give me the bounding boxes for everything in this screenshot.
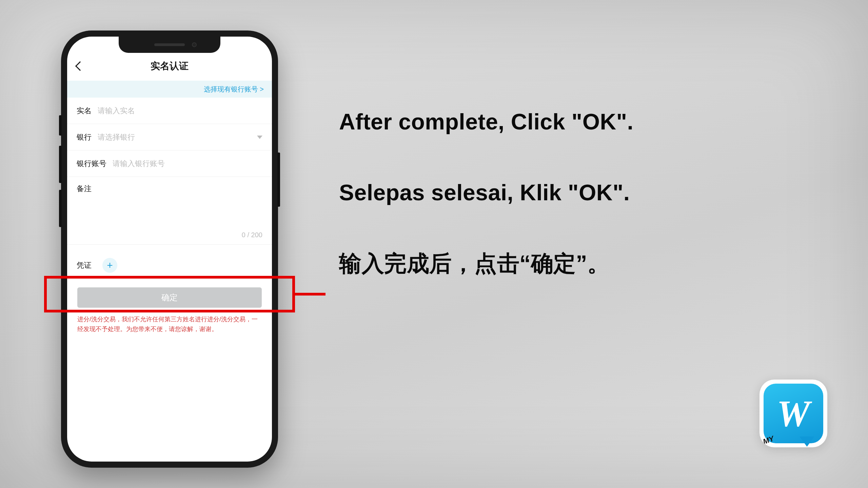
title-bar: 实名认证 — [67, 54, 272, 78]
phone-notch — [119, 37, 220, 53]
real-name-field[interactable]: 实名 请输入实名 — [67, 98, 272, 124]
app-icon-letter: W — [777, 392, 810, 435]
speaker-icon — [154, 43, 185, 46]
phone-screen: 实名认证 选择现有银行账号 > 实名 请输入实名 银行 请选择银行 银行账号 请… — [67, 37, 272, 462]
account-label: 银行账号 — [77, 159, 106, 169]
highlight-connector — [295, 293, 326, 296]
phone-side-button — [59, 190, 62, 227]
select-existing-account-link[interactable]: 选择现有银行账号 > — [67, 81, 272, 98]
phone-side-button — [59, 146, 62, 183]
voucher-label: 凭证 — [77, 260, 92, 270]
phone-mockup: 实名认证 选择现有银行账号 > 实名 请输入实名 银行 请选择银行 银行账号 请… — [61, 30, 278, 468]
account-placeholder: 请输入银行账号 — [113, 159, 262, 169]
instruction-ms: Selepas selesai, Klik "OK". — [339, 179, 810, 206]
bank-placeholder: 请选择银行 — [98, 132, 257, 142]
notes-counter: 0 / 200 — [242, 231, 262, 239]
speech-tail-icon — [800, 436, 814, 447]
real-name-label: 实名 — [77, 106, 92, 116]
phone-side-button — [277, 152, 280, 207]
instruction-panel: After complete, Click "OK". Selepas sele… — [339, 108, 810, 277]
bank-label: 银行 — [77, 132, 92, 142]
plus-icon: + — [107, 260, 113, 271]
page-title: 实名认证 — [151, 60, 189, 73]
account-field[interactable]: 银行账号 请输入银行账号 — [67, 150, 272, 177]
bank-field[interactable]: 银行 请选择银行 — [67, 124, 272, 150]
phone-side-button — [59, 115, 62, 136]
chevron-down-icon — [257, 136, 262, 139]
highlight-box — [44, 276, 295, 312]
instruction-en: After complete, Click "OK". — [339, 108, 810, 135]
app-icon: W MY — [760, 380, 827, 447]
app-icon-bubble: W — [764, 384, 823, 443]
add-voucher-button[interactable]: + — [102, 258, 117, 273]
warning-text: 进分/洗分交易，我们不允许任何第三方姓名进行进分/洗分交易，一经发现不予处理。为… — [77, 314, 262, 334]
camera-icon — [192, 42, 197, 47]
back-icon[interactable] — [75, 61, 85, 71]
real-name-placeholder: 请输入实名 — [98, 106, 262, 116]
notes-label: 备注 — [77, 184, 92, 194]
notes-field[interactable]: 备注 0 / 200 — [67, 177, 272, 245]
instruction-zh: 输入完成后，点击“确定”。 — [339, 250, 810, 277]
select-existing-account-label: 选择现有银行账号 > — [204, 85, 264, 94]
